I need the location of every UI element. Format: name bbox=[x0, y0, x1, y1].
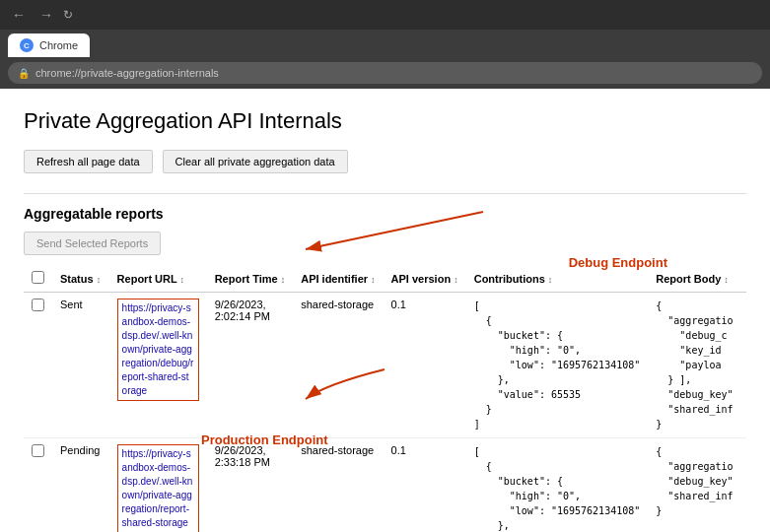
sort-time-icon[interactable]: ↕ bbox=[281, 275, 286, 285]
active-tab[interactable]: C Chrome bbox=[8, 33, 90, 57]
select-all-checkbox[interactable] bbox=[32, 271, 44, 284]
row-status-1: Pending bbox=[52, 438, 109, 533]
sort-api-icon[interactable]: ↕ bbox=[371, 275, 376, 285]
section-title: Aggregatable reports bbox=[24, 206, 746, 222]
contributions-json-0: [ { "bucket": { "high": "0", "low": "169… bbox=[474, 299, 641, 432]
send-selected-button[interactable]: Send Selected Reports bbox=[24, 232, 161, 255]
row-contributions-1: [ { "bucket": { "high": "0", "low": "169… bbox=[466, 438, 649, 533]
row-version-0: 0.1 bbox=[384, 293, 466, 438]
address-bar-row: 🔒 chrome://private-aggregation-internals bbox=[0, 57, 770, 89]
row-checkbox-cell bbox=[24, 438, 52, 533]
sort-url-icon[interactable]: ↕ bbox=[180, 275, 185, 285]
tab-favicon: C bbox=[20, 38, 34, 52]
row-time-0: 9/26/2023, 2:02:14 PM bbox=[207, 293, 294, 438]
divider bbox=[24, 193, 746, 194]
debug-endpoint-label: Debug Endpoint bbox=[569, 255, 667, 270]
header-version: API version ↕ bbox=[384, 265, 466, 293]
page-content: Private Aggregation API Internals Refres… bbox=[0, 89, 770, 532]
production-endpoint-label: Production Endpoint bbox=[201, 432, 328, 447]
contributions-json-1: [ { "bucket": { "high": "0", "low": "169… bbox=[474, 444, 641, 532]
header-status: Status ↕ bbox=[52, 265, 109, 293]
sort-contributions-icon[interactable]: ↕ bbox=[548, 275, 553, 285]
forward-button[interactable]: → bbox=[35, 5, 57, 25]
row-time-1: 9/26/2023, 2:33:18 PM bbox=[207, 438, 294, 533]
row-version-1: 0.1 bbox=[384, 438, 466, 533]
tab-label: Chrome bbox=[39, 39, 78, 51]
table-row: Pending https://privacy-sandbox-demos-ds… bbox=[24, 438, 746, 533]
reports-table: Status ↕ Report URL ↕ Report Time ↕ API … bbox=[24, 265, 746, 532]
header-url: Report URL ↕ bbox=[109, 265, 207, 293]
page-title: Private Aggregation API Internals bbox=[24, 108, 746, 134]
address-bar[interactable]: 🔒 chrome://private-aggregation-internals bbox=[8, 62, 762, 84]
url-text: chrome://private-aggregation-internals bbox=[35, 67, 219, 79]
row-checkbox-0[interactable] bbox=[32, 299, 44, 311]
row-checkbox-cell bbox=[24, 293, 52, 438]
row-api-1: shared-storage bbox=[293, 438, 383, 533]
table-body: Sent https://privacy-sandbox-demos-dsp.d… bbox=[24, 293, 746, 533]
body-json-0: { "aggregatio "debug_c "key_id "payloa }… bbox=[656, 299, 738, 432]
row-url-1: https://privacy-sandbox-demos-dsp.dev/.w… bbox=[109, 438, 207, 533]
table-container: Debug Endpoint Production Endpoint Statu… bbox=[24, 265, 746, 532]
back-button[interactable]: ← bbox=[8, 5, 30, 25]
nav-buttons: ← → ↻ bbox=[8, 5, 73, 25]
row-api-0: shared-storage bbox=[293, 293, 383, 438]
reload-button[interactable]: ↻ bbox=[63, 8, 73, 22]
sort-version-icon[interactable]: ↕ bbox=[454, 275, 458, 285]
lock-icon: 🔒 bbox=[18, 68, 30, 79]
sort-body-icon[interactable]: ↕ bbox=[724, 275, 729, 285]
row-url-0: https://privacy-sandbox-demos-dsp.dev/.w… bbox=[109, 293, 207, 438]
header-checkbox bbox=[24, 265, 52, 293]
favicon-letter: C bbox=[24, 41, 30, 50]
row-checkbox-1[interactable] bbox=[32, 444, 44, 457]
url-box-0: https://privacy-sandbox-demos-dsp.dev/.w… bbox=[117, 299, 199, 401]
tab-bar: C Chrome bbox=[0, 30, 770, 57]
row-status-0: Sent bbox=[52, 293, 109, 438]
table-row: Sent https://privacy-sandbox-demos-dsp.d… bbox=[24, 293, 746, 438]
browser-titlebar: ← → ↻ bbox=[0, 0, 770, 30]
refresh-button[interactable]: Refresh all page data bbox=[24, 150, 153, 173]
sort-status-icon[interactable]: ↕ bbox=[97, 275, 102, 285]
action-buttons: Refresh all page data Clear all private … bbox=[24, 150, 746, 173]
header-api: API identifier ↕ bbox=[293, 265, 383, 293]
row-contributions-0: [ { "bucket": { "high": "0", "low": "169… bbox=[466, 293, 649, 438]
url-box-1: https://privacy-sandbox-demos-dsp.dev/.w… bbox=[117, 444, 199, 532]
body-json-1: { "aggregatio "debug_key" "shared_inf } bbox=[656, 444, 738, 518]
row-body-1: { "aggregatio "debug_key" "shared_inf } bbox=[648, 438, 746, 533]
row-body-0: { "aggregatio "debug_c "key_id "payloa }… bbox=[648, 293, 746, 438]
header-time: Report Time ↕ bbox=[207, 265, 294, 293]
clear-button[interactable]: Clear all private aggregation data bbox=[163, 150, 348, 173]
